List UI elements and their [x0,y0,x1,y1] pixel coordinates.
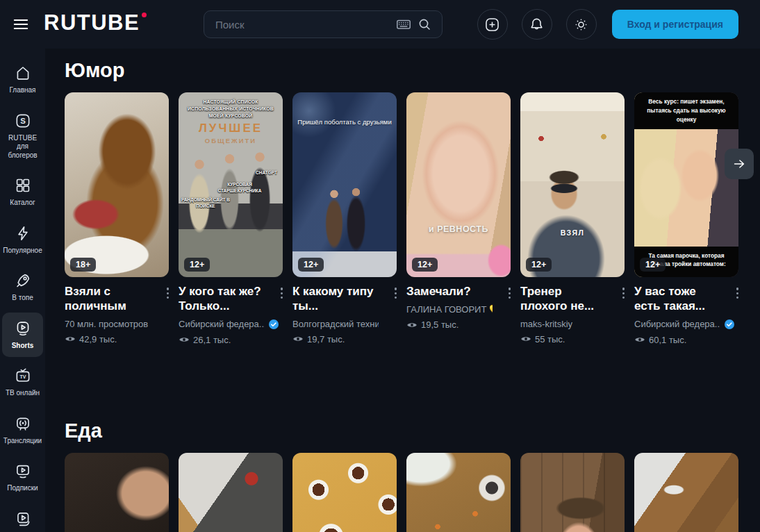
broadcast-icon [14,415,32,433]
thumbnail-wall-text: ОБЩЕЖИТИ [179,137,283,144]
hamburger-icon [11,15,31,33]
age-badge: 12+ [640,258,666,272]
video-title[interactable]: У вас тоже есть такая... [634,285,722,313]
eye-icon [406,321,418,329]
thumbnail-overlay-text: и РЕВНОСТЬ [406,224,511,234]
virtual-keyboard-button[interactable] [393,14,414,35]
sidebar-item-catalog[interactable]: Каталог [2,169,43,215]
views-count: 26,1 тыс. [179,335,283,345]
grid-icon [14,176,32,194]
theme-toggle-button[interactable] [566,9,597,40]
sidebar-item-tv-online[interactable]: TV ТВ онлайн [2,360,43,405]
s-badge-icon: S [14,112,32,130]
video-thumbnail[interactable]: и РЕВНОСТЬ 12+ [406,92,511,277]
views-count: 55 тыс. [520,334,625,344]
sidebar-item-shorts[interactable]: Shorts [2,313,43,358]
sidebar-item-label: Трансляции [3,437,42,446]
kebab-menu-icon[interactable] [736,288,738,299]
thumbnail-overlay-text: ВЗЯЛ [520,228,625,237]
sidebar-item-streams[interactable]: Трансляции [2,408,43,453]
my-videos-icon [14,510,32,528]
thumbnail-overlay-text: Весь курс: пишет экзамен, пытаясь сдать … [634,92,738,129]
search-input[interactable] [214,18,393,31]
logo-dot [142,13,147,17]
sidebar-item-top[interactable]: В топе [2,265,43,310]
channel-name[interactable]: ГАЛИНА ГОВОРИТ 💛 [406,304,511,315]
channel-name[interactable]: Сибирский федера... [634,319,738,330]
section-title: Еда [45,409,760,453]
thumbnail-overlay-text: НАСТОЯЩИЙ СПИСОК ИСПОЛЬЗОВАННЫХ ИСТОЧНИК… [179,99,283,119]
video-thumbnail[interactable] [520,453,625,532]
lightning-icon [14,224,32,242]
video-card [65,453,169,532]
channel-name[interactable]: 70 млн. просмотров [65,319,169,329]
views-count: 19,7 тыс. [292,334,397,344]
video-thumbnail[interactable] [179,453,283,532]
kebab-menu-icon[interactable] [622,288,625,299]
channel-name[interactable]: Сибирский федера... [179,319,283,330]
hamburger-menu-button[interactable] [11,15,31,33]
video-thumbnail[interactable] [65,453,169,532]
rutube-logo[interactable]: RUTUBE [44,12,147,33]
age-badge: 18+ [70,258,96,272]
sidebar-item-popular[interactable]: Популярное [2,217,43,263]
channel-name[interactable]: Волгоградский техниче... [292,319,397,329]
video-thumbnail[interactable]: НАСТОЯЩИЙ СПИСОК ИСПОЛЬЗОВАННЫХ ИСТОЧНИК… [179,92,283,277]
bell-icon [528,16,545,33]
verified-badge-icon [268,319,279,330]
search-icon [416,16,433,33]
video-thumbnail[interactable]: ВЗЯЛ 12+ [520,92,625,277]
notifications-button[interactable] [522,9,552,40]
channel-name[interactable]: maks-kritskiy [520,319,625,329]
video-title[interactable]: К какому типу ты... [292,285,380,313]
sidebar-item-label: Главная [9,86,35,95]
sidebar-item-home[interactable]: Главная [2,57,43,102]
svg-text:TV: TV [19,374,26,379]
video-thumbnail[interactable] [634,453,738,532]
search-button[interactable] [414,14,435,35]
upload-video-button[interactable] [477,9,508,40]
tv-icon: TV [14,367,32,385]
video-card [634,453,738,532]
thumbnail-label: РАНДОМНЫЙ САЙТ В ПОИСКЕ [180,197,231,209]
keyboard-icon [395,15,413,33]
sidebar-item-rutube-for-bloggers[interactable]: S RUTUBE для блогеров [2,105,43,167]
video-thumbnail[interactable]: Весь курс: пишет экзамен, пытаясь сдать … [634,92,738,277]
age-badge: 12+ [412,258,438,272]
video-card: Весь курс: пишет экзамен, пытаясь сдать … [634,92,738,344]
kebab-menu-icon[interactable] [281,288,283,299]
video-thumbnail[interactable] [292,453,397,532]
kebab-menu-icon[interactable] [509,288,511,299]
sidebar-item-label: Популярное [3,247,42,256]
section-humor: Юмор 18+ Взяли с поличным 70 млн. просмо… [45,49,760,345]
video-thumbnail[interactable]: Пришёл поболтать с друзьями 12+ [292,92,397,277]
sidebar-item-label: Подписки [7,484,38,493]
video-title[interactable]: Замечали? [406,285,494,299]
video-card [179,453,283,532]
video-thumbnail[interactable]: 18+ [65,92,169,277]
eye-icon [520,335,531,343]
search-bar [204,10,443,38]
carousel-next-button[interactable] [725,149,754,179]
views-count: 42,9 тыс. [65,334,169,344]
video-title[interactable]: У кого так же? Только... [179,285,266,313]
sidebar-item-label: ТВ онлайн [6,389,40,398]
logo-text: RUTUBE [44,12,140,33]
eye-icon [634,335,645,344]
login-button[interactable]: Вход и регистрация [612,10,738,39]
video-card [520,453,625,532]
shorts-icon [14,319,32,338]
age-badge: 12+ [184,258,210,272]
sun-icon [572,16,590,33]
kebab-menu-icon[interactable] [167,288,169,299]
video-thumbnail[interactable] [406,453,511,532]
home-icon [14,64,32,82]
sidebar-item-subscriptions[interactable]: Подписки [2,455,43,500]
sidebar-item-my-videos[interactable]: Моё [2,503,43,532]
kebab-menu-icon[interactable] [395,288,397,299]
thumbnail-label: CHATGPT [256,170,277,176]
video-title[interactable]: Взяли с поличным [65,285,152,313]
sidebar-item-label: RUTUBE для блогеров [3,134,42,160]
video-title[interactable]: Тренер плохого не... [520,285,608,313]
rocket-icon [14,272,32,290]
